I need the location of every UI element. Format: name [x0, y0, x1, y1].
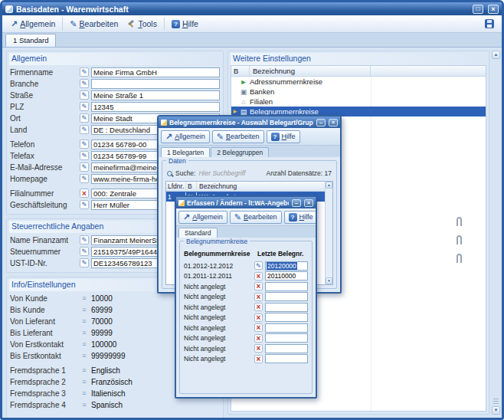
scroll-up-icon[interactable] — [492, 51, 500, 59]
paperclip-icon-button[interactable] — [453, 215, 464, 228]
list-icon — [80, 378, 89, 386]
field-action-icon[interactable] — [80, 79, 89, 88]
field-label: Branche — [10, 80, 77, 88]
field-action-icon[interactable] — [254, 334, 263, 343]
dialog-close-button[interactable] — [329, 119, 338, 126]
scroll-down-icon[interactable] — [326, 277, 332, 284]
list-scrollbar[interactable] — [325, 182, 332, 284]
menu-button[interactable]: Hilfe — [164, 18, 203, 30]
field-action-icon[interactable] — [80, 247, 89, 256]
dialog-minimize-button[interactable] — [316, 119, 326, 126]
info-row: Fremdsprache 4 Spanisch — [9, 399, 221, 410]
dialog-tab-bar: 1 Belegarten 2 Beleggruppen — [159, 146, 340, 157]
field-action-icon[interactable] — [254, 261, 263, 270]
field-input[interactable] — [91, 79, 220, 89]
dialog-minimize-button[interactable] — [292, 199, 301, 207]
column-header-b[interactable]: B — [186, 182, 197, 191]
beleg-row-label: 01.2011-12.2011 — [184, 272, 252, 280]
beleg-row-label: Nicht angelegt — [184, 324, 252, 332]
beleg-number-input[interactable] — [265, 292, 308, 301]
dialog-close-button[interactable] — [304, 199, 313, 207]
info-label: Bis Erstkontakt — [10, 352, 77, 360]
dialog-menu-button[interactable]: Allgemein — [161, 130, 210, 143]
list-header: Lfdnr. B Bezeichnung — [166, 182, 325, 192]
column-header-b[interactable]: B — [231, 66, 250, 76]
beleg-number-input[interactable]: 20120000 — [265, 261, 308, 271]
dialog-menu-button[interactable]: Bearbeiten — [230, 211, 282, 224]
field-action-icon[interactable] — [80, 189, 89, 198]
field-action-icon[interactable] — [254, 282, 263, 290]
dialog-menu-button[interactable]: Hilfe — [284, 211, 317, 224]
tab-beleggruppen[interactable]: 2 Beleggruppen — [211, 147, 269, 157]
beleg-rows: 01.2012-12.2012 20120000 01.2011-12.2011… — [183, 261, 309, 364]
field-action-icon[interactable] — [80, 200, 89, 209]
tab-belegarten[interactable]: 1 Belegarten — [161, 147, 210, 157]
scroll-grip[interactable] — [493, 399, 499, 404]
field-action-icon[interactable] — [80, 235, 89, 244]
beleg-number-input[interactable] — [265, 313, 308, 322]
field-label: Telefon — [10, 140, 77, 149]
beleg-number-input[interactable] — [265, 323, 308, 333]
field-action-icon[interactable] — [254, 293, 263, 301]
field-action-icon[interactable] — [254, 323, 263, 332]
info-label: Fremdsprache 3 — [10, 389, 77, 398]
field-action-icon[interactable] — [80, 113, 89, 123]
field-action-icon[interactable] — [80, 90, 89, 100]
menu-button[interactable]: Bearbeiten — [62, 18, 123, 31]
field-label: Geschäftsleitung — [10, 201, 77, 209]
save-button[interactable] — [483, 17, 496, 31]
tab-standard[interactable]: Standard — [178, 228, 218, 238]
search-input[interactable] — [198, 169, 263, 177]
menu-icon — [165, 132, 172, 142]
beleg-number-input[interactable]: 20110000 — [265, 271, 308, 281]
dialog-menu-button[interactable]: Allgemein — [178, 211, 227, 224]
beleg-number-input[interactable] — [265, 333, 308, 343]
close-button[interactable] — [488, 5, 499, 14]
field-action-icon[interactable] — [80, 125, 89, 134]
field-input[interactable]: 12345 — [91, 102, 220, 112]
field-action-icon[interactable] — [254, 344, 263, 353]
column-header-letzte: Letzte Belegnr. — [257, 250, 308, 258]
scroll-down-icon[interactable] — [492, 406, 500, 415]
info-label: Von Erstkontakt — [10, 340, 77, 349]
vertical-scrollbar[interactable] — [492, 51, 500, 415]
beleg-number-input[interactable] — [265, 282, 308, 291]
tree-item[interactable]: Filialen — [231, 97, 486, 107]
paperclip-icon-button[interactable] — [453, 252, 464, 264]
column-header-bezeichnung[interactable]: Bezeichnung — [197, 182, 325, 191]
column-header-lfdnr[interactable]: Lfdnr. — [166, 182, 186, 191]
beleg-number-input[interactable] — [265, 303, 308, 312]
field-action-icon[interactable] — [80, 139, 89, 149]
field-label: PLZ — [10, 103, 77, 111]
beleg-number-input[interactable] — [265, 354, 308, 363]
field-input[interactable]: Meine Firma GmbH — [91, 67, 220, 77]
field-action-icon[interactable] — [254, 303, 263, 311]
field-action-icon[interactable] — [80, 174, 89, 183]
tree-item-icon — [239, 108, 248, 116]
field-action-icon[interactable] — [80, 102, 89, 111]
field-value: DE123456789123 — [93, 259, 152, 267]
tab-standard[interactable]: 1 Standard — [5, 34, 56, 47]
menu-icon — [172, 20, 180, 28]
paperclip-icon-button[interactable] — [453, 234, 464, 246]
dialog-menu-button[interactable]: Bearbeiten — [212, 130, 264, 143]
field-action-icon[interactable] — [80, 162, 89, 172]
menu-button[interactable]: Allgemein — [6, 18, 60, 31]
dialog-menu-button[interactable]: Hilfe — [267, 130, 300, 143]
field-action-icon[interactable] — [254, 272, 263, 281]
tree-item[interactable]: Banken — [231, 87, 486, 97]
beleg-number-input[interactable] — [265, 344, 308, 353]
field-action-icon[interactable] — [80, 67, 89, 77]
column-header-bezeichnung[interactable]: Bezeichnung — [250, 66, 371, 76]
minimize-button[interactable] — [473, 5, 483, 14]
menu-button[interactable]: Tools — [123, 18, 162, 30]
field-action-icon[interactable] — [254, 313, 263, 322]
tree-item[interactable]: Adressnummernkreise — [231, 77, 486, 87]
paperclip-icon — [457, 217, 462, 226]
field-action-icon[interactable] — [80, 258, 89, 267]
field-action-icon[interactable] — [80, 151, 89, 160]
field-input[interactable]: Meine Straße 1 — [91, 90, 220, 100]
field-action-icon[interactable] — [254, 355, 263, 363]
scroll-up-icon[interactable] — [326, 182, 332, 189]
beleg-row: Nicht angelegt — [183, 281, 309, 292]
